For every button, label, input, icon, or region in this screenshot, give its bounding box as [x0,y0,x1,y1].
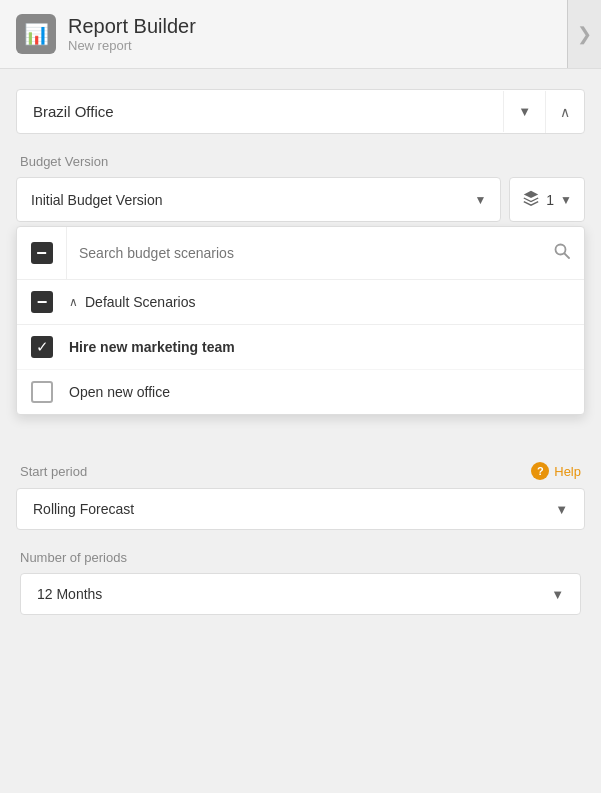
group-chevron-icon: ∧ [69,295,78,309]
layer-arrow: ▼ [560,193,572,207]
help-button[interactable]: ? Help [531,462,581,480]
budget-version-arrow: ▼ [474,193,486,207]
period-header: Start period ? Help [16,462,585,480]
layer-icon [522,189,540,210]
app-subtitle: New report [68,38,196,53]
scenario-checkbox-cell-2[interactable] [17,370,67,414]
header-text-block: Report Builder New report [68,15,196,53]
group-label: ∧ Default Scenarios [67,284,584,320]
search-icon [540,229,584,277]
app-header: 📊 Report Builder New report ❯ [0,0,601,69]
budget-version-label: Budget Version [16,154,585,169]
group-name: Default Scenarios [85,294,196,310]
start-period-arrow: ▼ [555,502,568,517]
group-checkbox-cell[interactable]: − [17,280,67,324]
num-periods-value: 12 Months [37,586,551,602]
header-collapse-chevron[interactable]: ❯ [567,0,601,68]
scenarios-dropdown-panel: − − ∧ Default Scenarios [16,226,585,415]
search-input[interactable] [67,231,540,275]
minus-icon: − [31,242,53,264]
group-minus-checkbox: − [31,291,53,313]
start-period-section: Start period ? Help Rolling Forecast ▼ [16,462,585,530]
layer-count: 1 [546,192,554,208]
budget-version-row: Initial Budget Version ▼ 1 ▼ [16,177,585,222]
select-all-checkbox[interactable]: − [17,227,67,279]
scenario-row[interactable]: ✓ Hire new marketing team [17,325,584,370]
num-periods-label: Number of periods [20,550,581,565]
svg-marker-0 [524,191,538,198]
checked-checkbox: ✓ [31,336,53,358]
office-label: Brazil Office [17,90,503,133]
budget-version-value: Initial Budget Version [31,192,474,208]
num-periods-select[interactable]: 12 Months ▼ [20,573,581,615]
main-content: Brazil Office ▼ ∧ Budget Version Initial… [0,69,601,769]
start-period-select[interactable]: Rolling Forecast ▼ [16,488,585,530]
start-period-value: Rolling Forecast [33,501,555,517]
start-period-label: Start period [20,464,87,479]
office-selector[interactable]: Brazil Office ▼ ∧ [16,89,585,134]
scenario-checkbox-cell[interactable]: ✓ [17,325,67,369]
scenario-row[interactable]: Open new office [17,370,584,414]
layer-select[interactable]: 1 ▼ [509,177,585,222]
svg-line-2 [565,254,570,259]
scenario-name-1: Hire new marketing team [67,328,237,366]
empty-checkbox [31,381,53,403]
num-periods-arrow: ▼ [551,587,564,602]
help-circle-icon: ? [531,462,549,480]
num-periods-section: Number of periods 12 Months ▼ [16,550,585,615]
app-icon: 📊 [16,14,56,54]
office-dropdown-arrow[interactable]: ▼ [503,91,545,132]
help-text: Help [554,464,581,479]
budget-version-select[interactable]: Initial Budget Version ▼ [16,177,501,222]
app-title: Report Builder [68,15,196,38]
scenario-name-2: Open new office [67,373,172,411]
search-row: − [17,227,584,280]
default-scenarios-group[interactable]: − ∧ Default Scenarios [17,280,584,325]
office-collapse-arrow[interactable]: ∧ [545,91,584,133]
